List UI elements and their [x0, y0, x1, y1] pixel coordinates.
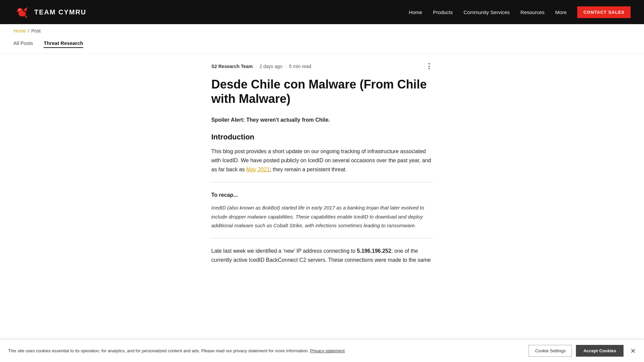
nav-resources[interactable]: Resources [521, 9, 545, 15]
post-date: 2 days ago [259, 64, 282, 69]
logo-text: TEAM CYMRU [34, 8, 87, 16]
post-title: Desde Chile con Malware (From Chile with… [211, 77, 433, 106]
nav: Home Products Community Services Resourc… [409, 6, 631, 18]
divider-1 [211, 182, 433, 182]
contact-sales-button[interactable]: CONTACT SALES [577, 6, 631, 18]
main-content: S2 Research Team · 2 days ago · 5 min re… [205, 54, 439, 291]
logo-icon [13, 4, 30, 20]
post-read-time: 5 min read [289, 64, 311, 69]
post-spoiler: Spoiler Alert: They weren't actually fro… [211, 115, 433, 124]
intro-paragraph: This blog post provides a short update o… [211, 147, 433, 174]
post-author: S2 Research Team [211, 64, 253, 69]
nav-products[interactable]: Products [433, 9, 453, 15]
svg-point-4 [19, 9, 19, 10]
body-paragraph: Late last week we identified a ‘new’ IP … [211, 246, 433, 264]
post-dot-1: · [255, 64, 257, 69]
recap-label: To recap... [211, 190, 433, 199]
nav-more[interactable]: More [555, 9, 567, 15]
may-2021-link[interactable]: May 2021 [246, 167, 270, 172]
header: TEAM CYMRU Home Products Community Servi… [0, 0, 644, 24]
intro-heading: Introduction [211, 133, 433, 141]
divider-2 [211, 238, 433, 238]
tab-all-posts[interactable]: All Posts [13, 40, 33, 48]
svg-point-2 [17, 8, 23, 13]
post-more-menu[interactable]: ⋮ [425, 63, 433, 70]
post-body: Spoiler Alert: They weren't actually fro… [211, 115, 433, 264]
nav-home[interactable]: Home [409, 9, 422, 15]
breadcrumb-current: Post [31, 28, 41, 34]
breadcrumb: Home / Post [0, 24, 644, 38]
nav-community-services[interactable]: Community Services [464, 9, 510, 15]
blog-tabs: All Posts Threat Research [0, 38, 644, 54]
body-ip: 5.196.196.252 [357, 248, 391, 254]
post-meta: S2 Research Team · 2 days ago · 5 min re… [211, 64, 433, 69]
recap-body: IcedID (also known as BokBot) started li… [211, 203, 433, 230]
post-dot-2: · [285, 64, 286, 69]
logo[interactable]: TEAM CYMRU [13, 4, 87, 20]
tab-threat-research[interactable]: Threat Research [44, 40, 83, 48]
intro-para-end: ; they remain a persistent threat. [270, 167, 346, 172]
breadcrumb-home[interactable]: Home [13, 28, 26, 34]
breadcrumb-separator: / [28, 28, 29, 34]
body-para-start: Late last week we identified a ‘new’ IP … [211, 248, 357, 254]
